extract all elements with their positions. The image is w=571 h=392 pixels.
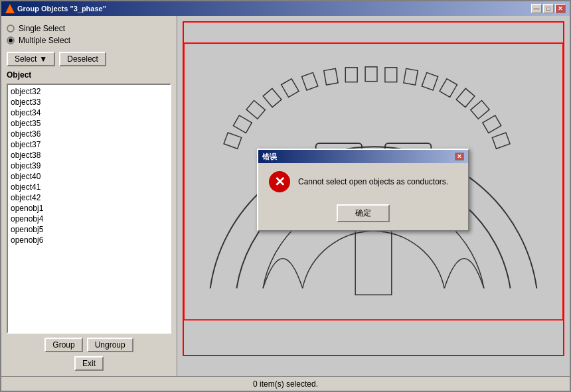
minimize-button[interactable]: —	[531, 4, 542, 13]
select-button[interactable]: Select ▼	[7, 52, 55, 66]
dropdown-arrow-icon: ▼	[39, 54, 47, 64]
window-body: Single Select Multiple Select Select ▼ D…	[1, 16, 570, 376]
multiple-select-radio-input[interactable]	[7, 36, 15, 44]
app-icon	[5, 4, 15, 13]
select-mode-group: Single Select Multiple Select	[7, 21, 171, 48]
ungroup-button[interactable]: Ungroup	[87, 338, 133, 352]
select-button-row: Select ▼ Deselect	[7, 52, 171, 66]
object-list-label: Object	[7, 70, 171, 80]
list-item[interactable]: object39	[9, 161, 169, 171]
error-dialog: 错误 ✕ ✕ Cannot select open objects as con…	[257, 149, 469, 231]
dialog-body: ✕ Cannot select open objects as conducto…	[258, 163, 468, 200]
list-item[interactable]: object41	[9, 182, 169, 192]
right-panel: 错误 ✕ ✕ Cannot select open objects as con…	[177, 16, 570, 376]
dialog-title-bar: 错误 ✕	[258, 150, 468, 163]
list-item[interactable]: openobj1	[9, 203, 169, 214]
list-item[interactable]: object33	[9, 97, 169, 107]
list-item[interactable]: object38	[9, 150, 169, 161]
list-item[interactable]: object37	[9, 139, 169, 150]
title-bar-left: Group Objects "3_phase"	[5, 4, 106, 13]
single-select-label: Single Select	[19, 24, 65, 33]
close-button[interactable]: ✕	[555, 4, 566, 13]
multiple-select-label: Multiple Select	[19, 36, 70, 45]
multiple-select-radio[interactable]: Multiple Select	[7, 36, 171, 45]
ok-button[interactable]: 确定	[337, 204, 390, 222]
list-item[interactable]: openobj4	[9, 214, 169, 224]
title-buttons: — □ ✕	[531, 4, 566, 13]
dialog-message: Cannot select open objects as conductors…	[298, 176, 448, 188]
left-panel: Single Select Multiple Select Select ▼ D…	[1, 16, 177, 376]
dialog-footer: 确定	[258, 200, 468, 230]
exit-row: Exit	[7, 356, 171, 371]
list-item[interactable]: object40	[9, 171, 169, 182]
main-window: Group Objects "3_phase" — □ ✕ Single Sel…	[0, 0, 571, 392]
object-list-container: object32 object33 object34 object35 obje…	[7, 84, 171, 334]
single-select-radio-input[interactable]	[7, 25, 15, 33]
deselect-button[interactable]: Deselect	[59, 52, 106, 66]
status-bar: 0 item(s) selected.	[1, 376, 570, 391]
list-item[interactable]: object36	[9, 129, 169, 139]
list-item[interactable]: object32	[9, 86, 169, 97]
window-title: Group Objects "3_phase"	[17, 5, 106, 13]
dialog-close-button[interactable]: ✕	[455, 153, 464, 161]
list-item[interactable]: object34	[9, 107, 169, 118]
maximize-button[interactable]: □	[543, 4, 554, 13]
group-button-row: Group Ungroup	[7, 338, 171, 352]
dialog-title: 错误	[262, 152, 277, 162]
list-item[interactable]: object35	[9, 118, 169, 129]
title-bar: Group Objects "3_phase" — □ ✕	[1, 1, 570, 16]
list-item[interactable]: openobj6	[9, 235, 169, 245]
error-icon: ✕	[269, 171, 290, 192]
group-button[interactable]: Group	[44, 338, 82, 352]
list-item[interactable]: object42	[9, 192, 169, 203]
object-list[interactable]: object32 object33 object34 object35 obje…	[8, 85, 170, 332]
single-select-radio[interactable]: Single Select	[7, 24, 171, 33]
exit-button[interactable]: Exit	[74, 356, 104, 371]
list-item[interactable]: openobj5	[9, 224, 169, 235]
status-text: 0 item(s) selected.	[253, 379, 318, 389]
